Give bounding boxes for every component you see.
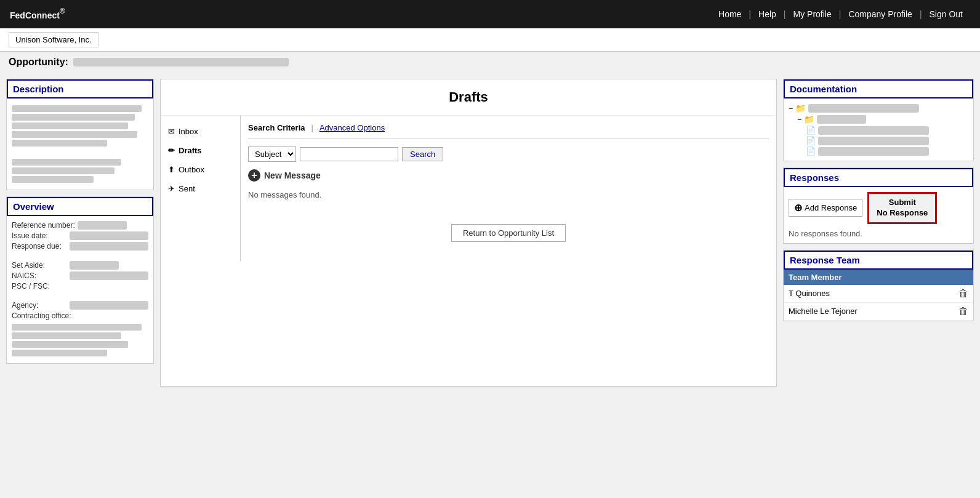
outbox-icon: ⬆ [168,165,175,174]
message-sidebar: ✉ Inbox ✏ Drafts ⬆ Outbox ✈ Sent [161,116,241,262]
description-title: Description [7,79,153,98]
team-table: Team Member T Quinones 🗑 Michelle Le Tej… [784,270,973,321]
search-subject-select[interactable]: Subject [248,147,296,162]
top-navigation: FedConnect® Home | Help | My Profile | C… [0,0,980,28]
search-row: Subject Search [248,147,769,162]
brand-suffix: ® [60,7,65,15]
response-team-title: Response Team [784,251,973,270]
overview-body: Reference number: Issue date: Response d… [7,216,153,363]
plus-icon: + [248,169,260,182]
add-response-button[interactable]: ⊕ Add Response [789,199,862,217]
return-button-row: Return to Opportunity List [248,224,769,254]
drafts-panel: Drafts ✉ Inbox ✏ Drafts ⬆ Outbox ✈ Se [160,79,777,387]
add-response-label: Add Response [805,203,857,212]
responses-title: Responses [784,168,973,187]
doc-icon-2: 📄 [806,136,816,145]
right-panel: Documentation − 📁 − 📁 📄 📄 [783,79,974,321]
description-panel: Description [6,79,154,190]
drafts-main-area: Search Criteria | Advanced Options Subje… [241,116,776,262]
return-to-opportunity-button[interactable]: Return to Opportunity List [451,224,566,242]
drafts-icon: ✏ [168,146,175,155]
add-icon: ⊕ [794,202,802,214]
search-criteria-bar: Search Criteria | Advanced Options [248,123,769,139]
overview-row-issue: Issue date: [12,231,148,240]
nav-home[interactable]: Home [711,9,749,19]
documentation-panel: Documentation − 📁 − 📁 📄 📄 [783,79,974,161]
opportunity-bar: Opportunity: [0,52,980,73]
doc-item-1[interactable]: 📄 [789,126,968,135]
company-name: Unison Software, Inc. [15,35,92,44]
doc-tree-folder-sub: − 📁 [789,114,968,124]
doc-item-3[interactable]: 📄 [789,147,968,156]
drafts-inner: ✉ Inbox ✏ Drafts ⬆ Outbox ✈ Sent [161,116,776,262]
nav-help[interactable]: Help [751,9,784,19]
team-member-col-header: Team Member [784,270,954,285]
delete-member-1-button[interactable]: 🗑 [958,288,968,299]
sidebar-item-outbox[interactable]: ⬆ Outbox [161,160,240,179]
folder-icon: 📁 [795,103,806,113]
minus-icon-2: − [797,115,801,124]
drafts-label: Drafts [179,146,202,155]
sub-header: Unison Software, Inc. [0,28,980,52]
doc-icon-3: 📄 [806,147,816,156]
nav-company-profile[interactable]: Company Profile [841,9,920,19]
overview-title: Overview [7,197,153,216]
team-member-2-delete-cell: 🗑 [954,302,973,320]
brand-logo: FedConnect® [10,6,65,22]
nav-my-profile[interactable]: My Profile [786,9,839,19]
advanced-options-link[interactable]: Advanced Options [319,123,385,132]
team-member-2-name: Michelle Le Tejoner [784,302,954,320]
drafts-title: Drafts [161,79,776,116]
search-button[interactable]: Search [402,147,443,161]
overview-row-refnum: Reference number: [12,221,148,230]
overview-row-contracting: Contracting office: [12,311,148,320]
sidebar-item-inbox[interactable]: ✉ Inbox [161,122,240,141]
overview-row-setaside: Set Aside: [12,261,148,270]
team-member-1-name: T Quinones [784,285,954,303]
description-body [7,98,153,190]
nav-sign-out[interactable]: Sign Out [922,9,970,19]
folder-icon-2: 📁 [804,114,814,124]
opportunity-title: Opportunity: [9,57,971,68]
outbox-label: Outbox [179,165,204,174]
inbox-icon: ✉ [168,127,175,136]
new-message-button[interactable]: + New Message [248,169,769,182]
overview-row-psc: PSC / FSC: [12,282,148,291]
response-team-panel: Response Team Team Member T Quinones 🗑 [783,250,974,321]
responses-body: ⊕ Add Response SubmitNo Response No resp… [784,187,973,243]
company-badge: Unison Software, Inc. [9,32,98,47]
sent-icon: ✈ [168,184,175,193]
documentation-title: Documentation [784,79,973,98]
overview-row-agency: Agency: [12,301,148,310]
doc-tree-folder-root: − 📁 [789,103,968,113]
left-panel: Description Overview Reference number: [6,79,154,364]
team-row-2: Michelle Le Tejoner 🗑 [784,302,973,320]
doc-tree: − 📁 − 📁 📄 📄 📄 [784,98,973,161]
responses-actions: ⊕ Add Response SubmitNo Response [789,192,968,224]
sidebar-item-sent[interactable]: ✈ Sent [161,179,240,198]
minus-icon: − [789,104,793,113]
team-row-1: T Quinones 🗑 [784,285,973,303]
team-delete-col-header [954,270,973,285]
submit-no-response-button[interactable]: SubmitNo Response [867,192,937,224]
doc-item-2[interactable]: 📄 [789,136,968,145]
team-member-1-delete-cell: 🗑 [954,285,973,303]
new-message-label: New Message [264,171,321,180]
overview-row-naics: NAICS: [12,271,148,280]
search-criteria-label: Search Criteria [248,123,305,132]
no-messages-text: No messages found. [248,190,769,199]
sidebar-item-drafts[interactable]: ✏ Drafts [161,141,240,160]
delete-member-2-button[interactable]: 🗑 [958,306,968,317]
opportunity-name-blurred [73,58,289,66]
responses-panel: Responses ⊕ Add Response SubmitNo Respon… [783,167,974,244]
nav-links: Home | Help | My Profile | Company Profi… [711,9,970,19]
inbox-label: Inbox [179,127,198,136]
main-content: Description Overview Reference number: [0,73,980,393]
overview-panel: Overview Reference number: Issue date: R… [6,196,154,364]
search-input[interactable] [300,147,398,161]
doc-icon-1: 📄 [806,126,816,135]
no-responses-text: No responses found. [789,229,968,238]
overview-row-response: Response due: [12,242,148,251]
sent-label: Sent [179,184,195,193]
